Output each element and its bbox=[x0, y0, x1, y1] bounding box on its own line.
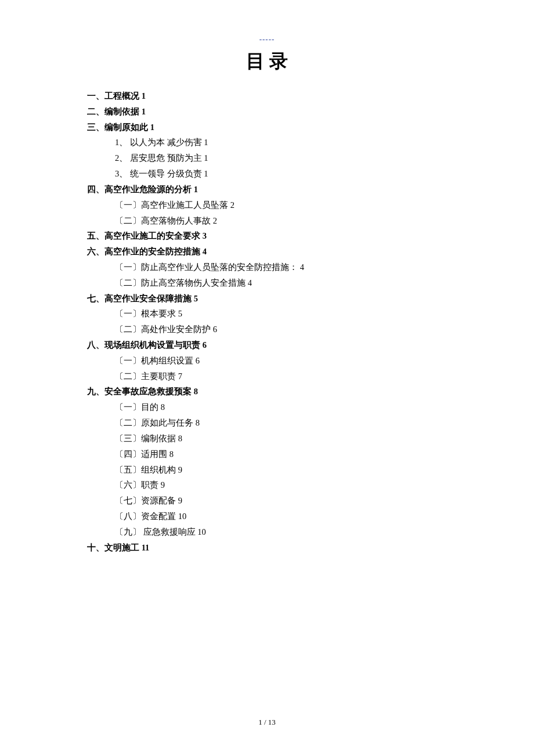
toc-entry-page: 10 bbox=[196, 527, 206, 537]
toc-entry-text: 〔一〕根本要求 bbox=[115, 309, 176, 318]
document-page: ----- 目 录 一、工程概况 1二、编制依据 1三、编制原如此 11、 以人… bbox=[0, 0, 534, 555]
toc-entry-page: 4 bbox=[246, 278, 252, 287]
toc-entry-text: 〔六〕职责 bbox=[115, 480, 158, 489]
toc-entry-text: 〔九〕 应急救援响应 bbox=[115, 527, 196, 537]
toc-entry-page: 8 bbox=[193, 418, 200, 427]
toc-entry: 〔二〕原如此与任务 8 bbox=[115, 415, 447, 431]
document-title: 目 录 bbox=[87, 49, 447, 74]
toc-entry-page: 4 bbox=[200, 247, 207, 256]
toc-entry-text: 一、工程概况 bbox=[87, 91, 139, 100]
toc-entry: 四、高空作业危险源的分析 1 bbox=[87, 182, 447, 197]
toc-entry: 〔一〕防止高空作业人员坠落的安全防控措施： 4 bbox=[115, 260, 447, 275]
toc-entry-text: 〔八〕资金配置 bbox=[115, 512, 176, 521]
toc-entry-page: 8 bbox=[158, 402, 165, 412]
toc-entry-text: 〔二〕高处作业安全防护 bbox=[115, 325, 211, 334]
toc-entry-text: 〔三〕编制依据 bbox=[115, 434, 176, 443]
toc-entry-text: 〔四〕适用围 bbox=[115, 449, 167, 459]
toc-entry-page: 1 bbox=[192, 185, 198, 194]
toc-entry-page: 3 bbox=[200, 231, 207, 240]
toc-entry: 〔二〕高空落物伤人事故 2 bbox=[115, 213, 447, 229]
toc-entry: 〔六〕职责 9 bbox=[115, 477, 447, 493]
toc-entry-page: 7 bbox=[176, 372, 182, 381]
toc-entry: 〔一〕机构组织设置 6 bbox=[115, 353, 447, 369]
toc-entry-page: 4 bbox=[298, 262, 304, 272]
toc-entry: 1、 以人为本 减少伤害 1 bbox=[115, 135, 447, 150]
toc-entry: 〔一〕目的 8 bbox=[115, 399, 447, 415]
toc-entry: 〔九〕 应急救援响应 10 bbox=[115, 524, 447, 540]
toc-entry-text: 〔二〕防止高空落物伤人安全措施 bbox=[115, 278, 246, 287]
header-dash: ----- bbox=[87, 35, 447, 44]
toc-entry-text: 〔五〕组织机构 bbox=[115, 465, 176, 474]
toc-entry: 〔二〕防止高空落物伤人安全措施 4 bbox=[115, 275, 447, 291]
toc-entry: 一、工程概况 1 bbox=[87, 88, 447, 104]
toc-entry-text: 四、高空作业危险源的分析 bbox=[87, 185, 192, 194]
toc-entry: 3、 统一领导 分级负责 1 bbox=[115, 166, 447, 182]
toc-entry-page: 11 bbox=[139, 543, 149, 552]
toc-entry-page: 9 bbox=[176, 496, 182, 505]
toc-entry-page: 6 bbox=[200, 340, 207, 350]
toc-entry-text: 〔一〕机构组织设置 bbox=[115, 356, 193, 365]
toc-entry-text: 九、安全事故应急救援预案 bbox=[87, 387, 192, 396]
table-of-contents: 一、工程概况 1二、编制依据 1三、编制原如此 11、 以人为本 减少伤害 12… bbox=[87, 88, 447, 555]
toc-entry-page: 6 bbox=[211, 325, 217, 334]
toc-entry-page: 8 bbox=[176, 434, 182, 443]
toc-entry-text: 三、编制原如此 bbox=[87, 123, 148, 132]
toc-entry: 〔五〕组织机构 9 bbox=[115, 462, 447, 478]
toc-entry: 八、现场组织机构设置与职责 6 bbox=[87, 337, 447, 353]
toc-entry-page: 9 bbox=[176, 465, 182, 474]
toc-entry: 〔三〕编制依据 8 bbox=[115, 431, 447, 447]
toc-entry-page: 1 bbox=[139, 107, 146, 116]
toc-entry-text: 七、高空作业安全保障措施 bbox=[87, 294, 192, 303]
toc-entry-text: 2、 居安思危 预防为主 bbox=[115, 153, 202, 163]
toc-entry-page: 2 bbox=[211, 216, 217, 225]
toc-entry: 〔七〕资源配备 9 bbox=[115, 493, 447, 509]
toc-entry: 〔一〕根本要求 5 bbox=[115, 306, 447, 322]
toc-entry: 六、高空作业的安全防控措施 4 bbox=[87, 244, 447, 260]
toc-entry-text: 〔一〕目的 bbox=[115, 402, 158, 412]
toc-entry-text: 〔一〕高空作业施工人员坠落 bbox=[115, 200, 228, 210]
page-sep: / bbox=[262, 718, 268, 726]
toc-entry: 〔二〕主要职责 7 bbox=[115, 369, 447, 384]
toc-entry-page: 5 bbox=[192, 294, 198, 303]
toc-entry-page: 5 bbox=[176, 309, 182, 318]
toc-entry-page: 8 bbox=[167, 449, 174, 459]
toc-entry-text: 〔七〕资源配备 bbox=[115, 496, 176, 505]
toc-entry: 〔八〕资金配置 10 bbox=[115, 509, 447, 524]
toc-entry-page: 10 bbox=[176, 512, 186, 521]
toc-entry: 十、文明施工 11 bbox=[87, 540, 447, 556]
toc-entry-page: 2 bbox=[228, 200, 234, 210]
toc-entry-text: 〔二〕原如此与任务 bbox=[115, 418, 193, 427]
toc-entry: 2、 居安思危 预防为主 1 bbox=[115, 150, 447, 166]
page-footer: 1 / 13 bbox=[0, 718, 534, 727]
toc-entry: 〔一〕高空作业施工人员坠落 2 bbox=[115, 197, 447, 213]
toc-entry: 五、高空作业施工的安全要求 3 bbox=[87, 228, 447, 244]
toc-entry-text: 十、文明施工 bbox=[87, 543, 139, 552]
toc-entry-page: 9 bbox=[158, 480, 165, 489]
toc-entry: 〔二〕高处作业安全防护 6 bbox=[115, 322, 447, 337]
toc-entry-page: 1 bbox=[148, 123, 154, 132]
toc-entry-text: 六、高空作业的安全防控措施 bbox=[87, 247, 200, 256]
toc-entry: 三、编制原如此 1 bbox=[87, 120, 447, 135]
toc-entry-text: 八、现场组织机构设置与职责 bbox=[87, 340, 200, 350]
toc-entry-text: 二、编制依据 bbox=[87, 107, 139, 116]
toc-entry-page: 1 bbox=[202, 169, 208, 178]
toc-entry-page: 6 bbox=[193, 356, 200, 365]
toc-entry-text: 〔二〕高空落物伤人事故 bbox=[115, 216, 211, 225]
toc-entry-text: 1、 以人为本 减少伤害 bbox=[115, 138, 202, 147]
toc-entry-page: 1 bbox=[202, 138, 208, 147]
toc-entry: 七、高空作业安全保障措施 5 bbox=[87, 291, 447, 307]
toc-entry-page: 8 bbox=[192, 387, 198, 396]
toc-entry-text: 五、高空作业施工的安全要求 bbox=[87, 231, 200, 240]
toc-entry-text: 3、 统一领导 分级负责 bbox=[115, 169, 202, 178]
toc-entry: 二、编制依据 1 bbox=[87, 104, 447, 120]
toc-entry: 九、安全事故应急救援预案 8 bbox=[87, 384, 447, 399]
toc-entry-text: 〔一〕防止高空作业人员坠落的安全防控措施： bbox=[115, 262, 298, 272]
toc-entry-page: 1 bbox=[202, 153, 208, 163]
toc-entry-page: 1 bbox=[139, 91, 146, 100]
toc-entry-text: 〔二〕主要职责 bbox=[115, 372, 176, 381]
page-total: 13 bbox=[268, 718, 276, 726]
toc-entry: 〔四〕适用围 8 bbox=[115, 447, 447, 462]
